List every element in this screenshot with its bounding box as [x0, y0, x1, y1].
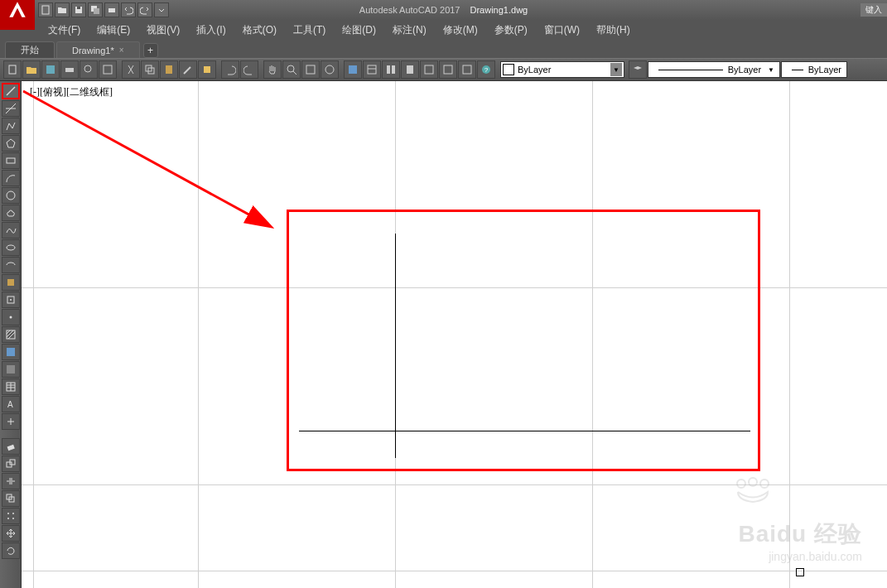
- drawing-canvas[interactable]: [-][俯视][二维线框]: [22, 81, 887, 588]
- dropdown-icon[interactable]: ▼: [610, 63, 622, 76]
- ellipse-button[interactable]: [2, 239, 20, 256]
- app-logo[interactable]: [0, 0, 35, 30]
- tb-save[interactable]: [41, 60, 60, 79]
- menu-edit[interactable]: 编辑(E): [89, 22, 138, 39]
- menu-format[interactable]: 格式(O): [234, 22, 285, 39]
- make-block-button[interactable]: [2, 292, 20, 308]
- qat-dropdown[interactable]: [154, 2, 169, 17]
- copy-button[interactable]: [2, 455, 20, 472]
- doc-name: Drawing1.dwg: [470, 5, 528, 15]
- menu-insert[interactable]: 插入(I): [188, 22, 234, 39]
- tb-match[interactable]: [179, 60, 197, 79]
- svg-text:?: ?: [484, 66, 489, 74]
- save-button[interactable]: [71, 2, 86, 17]
- tb-toolpalette[interactable]: [382, 60, 400, 79]
- move-button[interactable]: [2, 525, 20, 542]
- tb-zoom[interactable]: [282, 60, 301, 79]
- gradient-button[interactable]: [2, 344, 20, 360]
- polygon-button[interactable]: [2, 135, 20, 152]
- tb-undo[interactable]: [221, 60, 239, 79]
- menu-tools[interactable]: 工具(T): [285, 22, 334, 39]
- rectangle-button[interactable]: [2, 152, 20, 169]
- open-button[interactable]: [55, 2, 70, 17]
- tb-help[interactable]: ?: [477, 60, 495, 79]
- close-icon[interactable]: ×: [119, 46, 124, 55]
- menu-file[interactable]: 文件(F): [40, 22, 89, 39]
- dropdown-icon[interactable]: ▼: [768, 66, 774, 74]
- new-button[interactable]: [38, 2, 53, 17]
- menu-dimension[interactable]: 标注(N): [384, 22, 435, 39]
- tb-new[interactable]: [3, 60, 22, 79]
- tab-drawing1[interactable]: Drawing1*×: [56, 41, 140, 58]
- addselected-button[interactable]: [2, 413, 20, 430]
- lineweight-combo[interactable]: ByLayer: [781, 61, 847, 78]
- region-button[interactable]: [2, 361, 20, 378]
- erase-button[interactable]: [2, 438, 20, 455]
- polyline-button[interactable]: [2, 118, 20, 134]
- menu-help[interactable]: 帮助(H): [588, 22, 639, 39]
- menu-param[interactable]: 参数(P): [486, 22, 536, 39]
- svg-line-43: [7, 330, 13, 337]
- tb-sheetset[interactable]: [363, 60, 381, 79]
- tb-zoom-prev[interactable]: [321, 60, 339, 79]
- layer-color-combo[interactable]: ByLayer ▼: [500, 61, 624, 78]
- insert-block-button[interactable]: [2, 274, 20, 291]
- svg-rect-6: [9, 65, 16, 74]
- menu-modify[interactable]: 修改(M): [435, 22, 486, 39]
- tb-layer[interactable]: [629, 60, 647, 79]
- tb-dcenter[interactable]: [458, 60, 476, 79]
- svg-marker-33: [7, 139, 15, 147]
- redo-button[interactable]: [137, 2, 152, 17]
- hatch-button[interactable]: [2, 326, 20, 343]
- menu-view[interactable]: 视图(V): [138, 22, 188, 39]
- menu-window[interactable]: 窗口(W): [536, 22, 588, 39]
- mirror-button[interactable]: [2, 473, 20, 489]
- offset-button[interactable]: [2, 490, 20, 507]
- tb-markup[interactable]: [420, 60, 438, 79]
- circle-button[interactable]: [2, 187, 20, 204]
- tb-paste[interactable]: [160, 60, 178, 79]
- array-button[interactable]: [2, 508, 20, 524]
- tb-qselect[interactable]: [439, 60, 457, 79]
- draw-toolbar: A: [0, 81, 22, 588]
- tb-preview[interactable]: [80, 60, 98, 79]
- svg-rect-41: [7, 330, 15, 339]
- svg-line-30: [7, 87, 15, 95]
- plot-button[interactable]: [104, 2, 119, 17]
- point-button[interactable]: [2, 309, 20, 325]
- svg-rect-46: [7, 365, 15, 374]
- tab-start[interactable]: 开始: [5, 41, 55, 58]
- table-button[interactable]: [2, 378, 20, 395]
- line-tool-button[interactable]: [2, 83, 20, 99]
- type-command-hint[interactable]: 键入: [860, 3, 887, 17]
- svg-line-63: [23, 91, 270, 226]
- svg-point-9: [84, 65, 91, 72]
- svg-point-39: [10, 299, 12, 301]
- svg-point-18: [325, 65, 334, 74]
- linetype-combo[interactable]: ByLayer ▼: [648, 61, 780, 78]
- rotate-button[interactable]: [2, 542, 20, 559]
- tb-redo[interactable]: [240, 60, 258, 79]
- tb-calc[interactable]: [401, 60, 419, 79]
- tb-properties[interactable]: [344, 60, 362, 79]
- linetype-value: ByLayer: [728, 65, 761, 75]
- tb-zoom-window[interactable]: [301, 60, 320, 79]
- revision-cloud-button[interactable]: [2, 205, 20, 221]
- menu-draw[interactable]: 绘图(D): [334, 22, 384, 39]
- tb-cut[interactable]: [122, 60, 140, 79]
- tb-block[interactable]: [198, 60, 216, 79]
- spline-button[interactable]: [2, 222, 20, 239]
- tb-publish[interactable]: [99, 60, 117, 79]
- tb-print[interactable]: [60, 60, 79, 79]
- tb-open[interactable]: [22, 60, 41, 79]
- saveas-button[interactable]: [88, 2, 103, 17]
- undo-button[interactable]: [121, 2, 136, 17]
- tb-pan[interactable]: [263, 60, 282, 79]
- mtext-button[interactable]: A: [2, 396, 20, 412]
- ellipse-arc-button[interactable]: [2, 257, 20, 273]
- tb-copy[interactable]: [141, 60, 159, 79]
- new-tab-button[interactable]: +: [143, 43, 158, 58]
- arc-button[interactable]: [2, 170, 20, 186]
- svg-rect-25: [425, 65, 433, 74]
- construction-line-button[interactable]: [2, 100, 20, 117]
